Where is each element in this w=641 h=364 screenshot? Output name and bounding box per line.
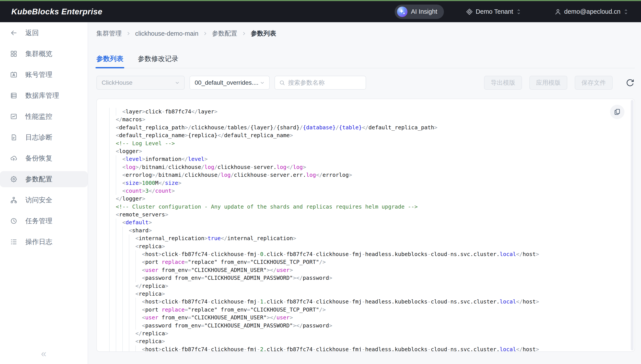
code-line: <password from_env="CLICKHOUSE_ADMIN_PAS… bbox=[109, 274, 619, 282]
breadcrumb-item[interactable]: 参数配置 bbox=[212, 29, 237, 38]
indent-guide bbox=[129, 338, 135, 345]
ai-insight-button[interactable]: AI Insight bbox=[395, 4, 444, 19]
indent-guide bbox=[116, 250, 122, 258]
user-menu[interactable]: demo@apecloud.cn bbox=[554, 8, 629, 16]
sidebar-item-tasks[interactable]: 任务管理 bbox=[0, 213, 88, 229]
indent-guide bbox=[122, 314, 129, 322]
document-icon bbox=[10, 134, 18, 141]
indent-guide bbox=[109, 234, 116, 242]
sidebar-item-back[interactable]: 返回 bbox=[0, 25, 88, 41]
apply-template-button[interactable]: 应用模版 bbox=[529, 76, 567, 90]
code-line: <replica> bbox=[109, 338, 619, 345]
tab-parameter-history[interactable]: 参数修改记录 bbox=[138, 55, 178, 68]
grid-icon bbox=[10, 50, 18, 58]
sidebar-item-overview[interactable]: 集群概览 bbox=[0, 46, 88, 62]
code-line: <host>click-fb87fc74-clickhouse-fmj-0.cl… bbox=[109, 250, 619, 258]
indent-guide bbox=[129, 290, 135, 298]
sidebar-item-databases[interactable]: 数据库管理 bbox=[0, 88, 88, 104]
parameter-search-input[interactable] bbox=[288, 79, 362, 86]
indent-guide bbox=[109, 195, 116, 203]
indent-guide bbox=[116, 330, 122, 338]
sidebar-item-label: 访问安全 bbox=[25, 196, 52, 205]
code-line: <host>click-fb87fc74-clickhouse-fmj-1.cl… bbox=[109, 298, 619, 306]
indent-guide bbox=[109, 218, 116, 226]
breadcrumb-separator-icon bbox=[126, 31, 131, 36]
indent-guide bbox=[129, 274, 135, 282]
indent-guide bbox=[116, 242, 122, 250]
code-line: <port replace="replace" from_env="CLICKH… bbox=[109, 306, 619, 314]
sidebar-item-parameters[interactable]: 参数配置 bbox=[0, 171, 88, 187]
indent-guide bbox=[122, 227, 129, 234]
network-icon bbox=[10, 196, 18, 204]
indent-guide bbox=[109, 179, 116, 187]
config-file-select[interactable]: 00_default_overrides.... bbox=[189, 76, 270, 90]
indent-guide bbox=[116, 258, 122, 266]
code-line: <layer>click-fb87fc74</layer> bbox=[109, 108, 619, 116]
sidebar-item-backup[interactable]: 备份恢复 bbox=[0, 150, 88, 166]
sidebar-item-label: 数据库管理 bbox=[25, 91, 59, 100]
code-line: <password from_env="CLICKHOUSE_ADMIN_PAS… bbox=[109, 322, 619, 330]
code-line: <user from_env="CLICKHOUSE_ADMIN_USER"><… bbox=[109, 266, 619, 274]
indent-guide bbox=[109, 124, 116, 132]
sidebar-item-monitoring[interactable]: 性能监控 bbox=[0, 108, 88, 124]
sidebar-item-access-security[interactable]: 访问安全 bbox=[0, 192, 88, 208]
indent-guide bbox=[116, 227, 122, 234]
breadcrumb-item[interactable]: clickhouse-demo-main bbox=[135, 30, 198, 37]
indent-guide bbox=[135, 298, 142, 306]
indent-guide bbox=[122, 274, 129, 282]
indent-guide bbox=[109, 250, 116, 258]
code-line: </macros> bbox=[109, 116, 619, 124]
code-line: </replica> bbox=[109, 330, 619, 338]
code-line: <user from_env="CLICKHOUSE_ADMIN_USER"><… bbox=[109, 314, 619, 322]
code-line: <shard> bbox=[109, 227, 619, 234]
save-file-button[interactable]: 保存文件 bbox=[575, 76, 613, 90]
indent-guide bbox=[109, 306, 116, 314]
tenant-menu[interactable]: Demo Tenant bbox=[466, 8, 522, 16]
toolbar-actions: 导出模版应用模版保存文件 bbox=[484, 76, 613, 90]
code-line: <!-- Cluster configuration - Any update … bbox=[109, 203, 619, 211]
ai-insight-label: AI Insight bbox=[411, 8, 437, 15]
indent-guide bbox=[122, 298, 129, 306]
indent-guide bbox=[135, 274, 142, 282]
sidebar-collapse-button[interactable]: « bbox=[41, 349, 46, 358]
sidebar-item-log-diagnosis[interactable]: 日志诊断 bbox=[0, 129, 88, 146]
indent-guide bbox=[116, 282, 122, 290]
indent-guide bbox=[116, 306, 122, 314]
sidebar-item-accounts[interactable]: 账号管理 bbox=[0, 66, 88, 83]
indent-guide bbox=[135, 346, 142, 352]
indent-guide bbox=[135, 250, 142, 258]
indent-guide bbox=[109, 346, 116, 352]
code-line: <replica> bbox=[109, 242, 619, 250]
sidebar-item-label: 任务管理 bbox=[25, 216, 52, 226]
export-template-button[interactable]: 导出模版 bbox=[484, 76, 522, 90]
code-line: <default_replica_path>/clickhouse/tables… bbox=[109, 124, 619, 132]
code-line: <log>/bitnami/clickhouse/log/clickhouse-… bbox=[109, 163, 619, 171]
config-code-view: <layer>click-fb87fc74</layer></macros><d… bbox=[97, 99, 634, 352]
indent-guide bbox=[109, 258, 116, 266]
copy-button[interactable] bbox=[610, 105, 624, 119]
editor-scrollbar[interactable] bbox=[631, 100, 633, 350]
indent-guide bbox=[129, 266, 135, 274]
code-line: <internal_replication>true</internal_rep… bbox=[109, 234, 619, 242]
indent-guide bbox=[109, 338, 116, 345]
tab-parameter-list[interactable]: 参数列表 bbox=[96, 55, 123, 68]
parameter-search bbox=[275, 76, 366, 90]
toolbar: ClickHouse 00_default_overrides.... 导出模版… bbox=[96, 76, 635, 90]
indent-guide bbox=[116, 346, 122, 352]
indent-guide bbox=[109, 155, 116, 163]
code-line: <default_replica_name>{replica}</default… bbox=[109, 132, 619, 139]
refresh-button[interactable] bbox=[625, 78, 635, 88]
search-icon bbox=[279, 80, 285, 86]
sidebar-item-audit-log[interactable]: 操作日志 bbox=[0, 234, 88, 250]
indent-guide bbox=[116, 155, 122, 163]
indent-guide bbox=[122, 330, 129, 338]
database-icon bbox=[10, 92, 18, 99]
code-line: <host>click-fb87fc74-clickhouse-fmj-2.cl… bbox=[109, 346, 619, 352]
code-line: <port replace="replace" from_env="CLICKH… bbox=[109, 258, 619, 266]
code-line: <count>3</count> bbox=[109, 187, 619, 195]
component-select[interactable]: ClickHouse bbox=[96, 76, 185, 90]
arrow-left-icon bbox=[10, 29, 18, 36]
indent-guide bbox=[116, 179, 122, 187]
breadcrumb-item[interactable]: 集群管理 bbox=[96, 29, 122, 38]
indent-guide bbox=[135, 306, 142, 314]
